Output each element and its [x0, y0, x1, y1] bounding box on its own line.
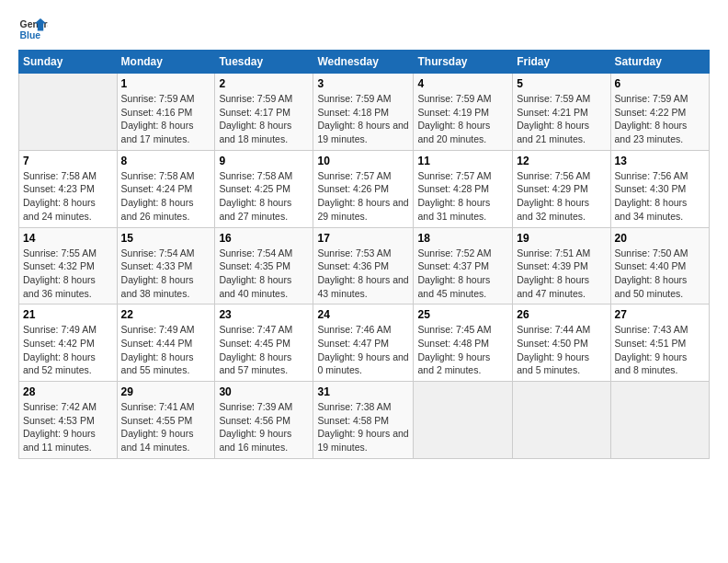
day-cell: 3 Sunrise: 7:59 AMSunset: 4:18 PMDayligh… [313, 74, 414, 151]
day-info: Sunrise: 7:53 AMSunset: 4:36 PMDaylight:… [317, 247, 408, 299]
day-info: Sunrise: 7:49 AMSunset: 4:42 PMDaylight:… [23, 324, 97, 375]
col-header-friday: Friday [513, 51, 610, 74]
day-cell: 9 Sunrise: 7:58 AMSunset: 4:25 PMDayligh… [215, 150, 313, 227]
day-cell: 15 Sunrise: 7:54 AMSunset: 4:33 PMDaylig… [117, 227, 215, 304]
logo-icon: General Blue [18, 15, 48, 44]
header-row: SundayMondayTuesdayWednesdayThursdayFrid… [19, 51, 710, 74]
day-number: 1 [121, 77, 211, 90]
day-number: 5 [517, 77, 606, 90]
day-info: Sunrise: 7:51 AMSunset: 4:39 PMDaylight:… [517, 247, 590, 299]
day-cell: 18 Sunrise: 7:52 AMSunset: 4:37 PMDaylig… [414, 227, 513, 304]
day-number: 24 [317, 308, 409, 321]
day-cell: 19 Sunrise: 7:51 AMSunset: 4:39 PMDaylig… [513, 227, 610, 304]
day-cell: 30 Sunrise: 7:39 AMSunset: 4:56 PMDaylig… [215, 382, 313, 459]
col-header-sunday: Sunday [19, 51, 118, 74]
day-info: Sunrise: 7:44 AMSunset: 4:50 PMDaylight:… [517, 324, 590, 375]
svg-text:Blue: Blue [20, 30, 41, 40]
day-info: Sunrise: 7:45 AMSunset: 4:48 PMDaylight:… [417, 324, 491, 375]
day-cell: 26 Sunrise: 7:44 AMSunset: 4:50 PMDaylig… [513, 304, 610, 382]
day-number: 19 [517, 232, 606, 245]
day-info: Sunrise: 7:59 AMSunset: 4:16 PMDaylight:… [121, 93, 195, 144]
day-number: 31 [317, 385, 409, 398]
day-info: Sunrise: 7:49 AMSunset: 4:44 PMDaylight:… [121, 324, 195, 375]
day-info: Sunrise: 7:43 AMSunset: 4:51 PMDaylight:… [615, 324, 688, 375]
day-info: Sunrise: 7:58 AMSunset: 4:25 PMDaylight:… [219, 170, 292, 222]
day-info: Sunrise: 7:58 AMSunset: 4:24 PMDaylight:… [121, 170, 195, 222]
day-info: Sunrise: 7:42 AMSunset: 4:53 PMDaylight:… [23, 401, 97, 453]
week-row-5: 28 Sunrise: 7:42 AMSunset: 4:53 PMDaylig… [19, 382, 710, 459]
day-number: 26 [517, 308, 606, 321]
day-cell: 6 Sunrise: 7:59 AMSunset: 4:22 PMDayligh… [610, 74, 709, 151]
day-number: 21 [23, 308, 113, 321]
day-number: 8 [121, 155, 211, 167]
day-number: 18 [417, 232, 508, 245]
day-info: Sunrise: 7:58 AMSunset: 4:23 PMDaylight:… [23, 170, 97, 222]
day-number: 14 [23, 232, 113, 245]
day-number: 7 [23, 155, 113, 167]
day-number: 22 [121, 308, 211, 321]
day-info: Sunrise: 7:56 AMSunset: 4:30 PMDaylight:… [615, 170, 688, 222]
day-info: Sunrise: 7:59 AMSunset: 4:21 PMDaylight:… [517, 93, 590, 144]
day-cell: 17 Sunrise: 7:53 AMSunset: 4:36 PMDaylig… [313, 227, 414, 304]
day-info: Sunrise: 7:50 AMSunset: 4:40 PMDaylight:… [615, 247, 688, 299]
day-info: Sunrise: 7:57 AMSunset: 4:26 PMDaylight:… [317, 170, 408, 222]
col-header-monday: Monday [117, 51, 215, 74]
day-number: 15 [121, 232, 211, 245]
day-cell [513, 382, 610, 459]
day-number: 6 [615, 77, 705, 90]
day-number: 17 [317, 232, 409, 245]
day-cell: 8 Sunrise: 7:58 AMSunset: 4:24 PMDayligh… [117, 150, 215, 227]
col-header-thursday: Thursday [414, 51, 513, 74]
day-info: Sunrise: 7:54 AMSunset: 4:33 PMDaylight:… [121, 247, 195, 299]
col-header-wednesday: Wednesday [313, 51, 414, 74]
day-cell: 13 Sunrise: 7:56 AMSunset: 4:30 PMDaylig… [610, 150, 709, 227]
day-cell: 5 Sunrise: 7:59 AMSunset: 4:21 PMDayligh… [513, 74, 610, 151]
day-number: 23 [219, 308, 309, 321]
day-cell: 14 Sunrise: 7:55 AMSunset: 4:32 PMDaylig… [19, 227, 118, 304]
day-cell: 16 Sunrise: 7:54 AMSunset: 4:35 PMDaylig… [215, 227, 313, 304]
day-number: 12 [517, 155, 606, 167]
day-number: 28 [23, 385, 113, 398]
day-number: 13 [615, 155, 705, 167]
day-cell: 7 Sunrise: 7:58 AMSunset: 4:23 PMDayligh… [19, 150, 118, 227]
day-number: 2 [219, 77, 309, 90]
day-info: Sunrise: 7:54 AMSunset: 4:35 PMDaylight:… [219, 247, 292, 299]
col-header-saturday: Saturday [610, 51, 709, 74]
day-cell [610, 382, 709, 459]
day-info: Sunrise: 7:59 AMSunset: 4:17 PMDaylight:… [219, 93, 292, 144]
week-row-3: 14 Sunrise: 7:55 AMSunset: 4:32 PMDaylig… [19, 227, 710, 304]
day-info: Sunrise: 7:41 AMSunset: 4:55 PMDaylight:… [121, 401, 195, 453]
day-cell: 25 Sunrise: 7:45 AMSunset: 4:48 PMDaylig… [414, 304, 513, 382]
day-info: Sunrise: 7:57 AMSunset: 4:28 PMDaylight:… [417, 170, 491, 222]
logo: General Blue [18, 15, 48, 44]
week-row-4: 21 Sunrise: 7:49 AMSunset: 4:42 PMDaylig… [19, 304, 710, 382]
day-cell: 2 Sunrise: 7:59 AMSunset: 4:17 PMDayligh… [215, 74, 313, 151]
day-cell: 28 Sunrise: 7:42 AMSunset: 4:53 PMDaylig… [19, 382, 118, 459]
day-info: Sunrise: 7:59 AMSunset: 4:18 PMDaylight:… [317, 93, 408, 144]
calendar-table: SundayMondayTuesdayWednesdayThursdayFrid… [18, 50, 710, 459]
day-info: Sunrise: 7:38 AMSunset: 4:58 PMDaylight:… [317, 401, 408, 453]
day-info: Sunrise: 7:47 AMSunset: 4:45 PMDaylight:… [219, 324, 292, 375]
header: General Blue [18, 15, 710, 44]
day-info: Sunrise: 7:59 AMSunset: 4:22 PMDaylight:… [615, 93, 688, 144]
day-cell: 22 Sunrise: 7:49 AMSunset: 4:44 PMDaylig… [117, 304, 215, 382]
page: General Blue SundayMondayTuesdayWednesda… [0, 0, 728, 468]
day-cell: 23 Sunrise: 7:47 AMSunset: 4:45 PMDaylig… [215, 304, 313, 382]
day-info: Sunrise: 7:46 AMSunset: 4:47 PMDaylight:… [317, 324, 408, 375]
day-info: Sunrise: 7:39 AMSunset: 4:56 PMDaylight:… [219, 401, 292, 453]
day-cell: 31 Sunrise: 7:38 AMSunset: 4:58 PMDaylig… [313, 382, 414, 459]
day-number: 3 [317, 77, 409, 90]
day-info: Sunrise: 7:52 AMSunset: 4:37 PMDaylight:… [417, 247, 491, 299]
col-header-tuesday: Tuesday [215, 51, 313, 74]
day-number: 4 [417, 77, 508, 90]
day-number: 30 [219, 385, 309, 398]
day-cell: 11 Sunrise: 7:57 AMSunset: 4:28 PMDaylig… [414, 150, 513, 227]
day-info: Sunrise: 7:56 AMSunset: 4:29 PMDaylight:… [517, 170, 590, 222]
day-cell: 4 Sunrise: 7:59 AMSunset: 4:19 PMDayligh… [414, 74, 513, 151]
day-cell [414, 382, 513, 459]
day-number: 25 [417, 308, 508, 321]
day-number: 20 [615, 232, 705, 245]
day-cell: 12 Sunrise: 7:56 AMSunset: 4:29 PMDaylig… [513, 150, 610, 227]
week-row-2: 7 Sunrise: 7:58 AMSunset: 4:23 PMDayligh… [19, 150, 710, 227]
week-row-1: 1 Sunrise: 7:59 AMSunset: 4:16 PMDayligh… [19, 74, 710, 151]
